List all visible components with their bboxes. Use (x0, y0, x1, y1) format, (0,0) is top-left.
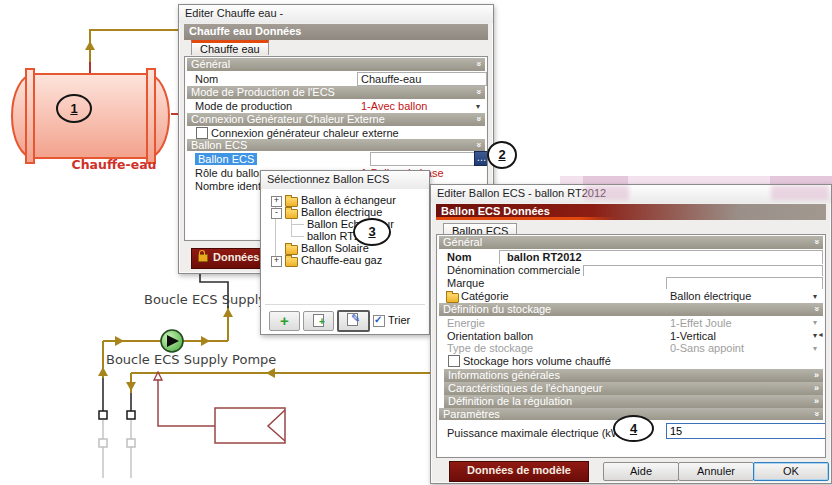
row-denomination: Dénomination commerciale (439, 264, 823, 276)
row-connexion-checkbox: Connexion générateur chaleur externe (187, 126, 485, 139)
tree-expander[interactable]: + (271, 256, 282, 267)
tank-label: Chauffe-eau (55, 157, 173, 172)
chevron-down-icon: » (472, 142, 484, 147)
chevron-down-icon: » (810, 411, 822, 416)
folder-icon (285, 209, 298, 219)
folder-icon (285, 245, 298, 255)
section-connexion[interactable]: Connexion Générateur Chaleur Externe » (187, 113, 485, 126)
tree-expander[interactable]: - (271, 208, 282, 219)
tank-graphic[interactable] (12, 69, 169, 163)
dialog1-titlebar[interactable]: Editer Chauffe eau - (179, 5, 493, 23)
dialog1-header: Chauffe eau Données (184, 24, 488, 40)
plus-icon: + (319, 316, 325, 327)
header-accent (436, 217, 616, 220)
glass-reflection (771, 185, 829, 200)
tree-item[interactable]: Ballon à échangeur (301, 194, 396, 206)
row-nom: Nom Chauffe-eau (187, 71, 485, 86)
section-stockage[interactable]: Définition du stockage » (439, 303, 823, 316)
ok-button[interactable]: OK (753, 462, 829, 481)
row-type-stockage: Type de stockage 0-Sans appoint ▾ (439, 342, 823, 354)
dialog1-title: Editer Chauffe eau - (185, 7, 283, 19)
stockage-checkbox[interactable] (448, 355, 460, 367)
plus-icon: + (280, 312, 289, 329)
connexion-checkbox[interactable] (196, 127, 208, 139)
tree-item[interactable]: Ballon électrique (301, 206, 382, 218)
callout-3: 3 (353, 218, 391, 246)
browse-button[interactable]: … (474, 151, 488, 166)
glass-reflection (584, 185, 629, 200)
dialog2-title: Editer Ballon ECS - ballon RT2012 (437, 187, 606, 199)
section-definition-regulation[interactable]: Définition de la régulation » (444, 395, 823, 408)
row-energie: Energie 1-Effet Joule ▾ (439, 316, 823, 329)
section-mode-production[interactable]: Mode de Production de l'ECS » (187, 86, 485, 99)
chevron-right-icon: » (814, 369, 819, 381)
dropdown-arrow-icon[interactable]: ▾ (813, 292, 817, 301)
tree-expander[interactable]: + (271, 196, 282, 207)
check-icon: ✓ (374, 314, 382, 325)
row-categorie: Catégorie Ballon électrique ▾ (439, 289, 823, 303)
folder-icon (285, 197, 298, 207)
dropdown-arrow-icon: ▾ (813, 344, 817, 353)
chevron-down-icon: » (472, 89, 484, 94)
row-marque: Marque (439, 276, 823, 289)
donnees-de-modele-button[interactable]: Données de modèle (449, 461, 589, 482)
section-general[interactable]: Général » (439, 236, 823, 249)
ports[interactable] (99, 411, 135, 447)
chevron-down-icon: » (472, 61, 484, 66)
trier-label: Trier (388, 314, 410, 326)
divider (265, 304, 425, 305)
folder-icon (285, 257, 298, 267)
tree-guide (292, 224, 304, 225)
aide-button[interactable]: Aide (603, 462, 679, 481)
chevron-down-icon: » (472, 116, 484, 121)
annuler-button[interactable]: Annuler (678, 462, 754, 481)
dialog2-titlebar[interactable]: Editer Ballon ECS - ballon RT2012 (431, 185, 831, 203)
puissance-input[interactable] (666, 423, 826, 439)
tab-chauffe-eau[interactable]: Chauffe eau (191, 40, 269, 55)
edit-button[interactable]: ✎ (337, 310, 370, 332)
chevron-right-icon: » (814, 395, 819, 407)
loop-pompe-label: Boucle ECS Supply Pompe (106, 352, 276, 367)
section-caracteristiques-echangeur[interactable]: Caractéristiques de l'échangeur » (444, 382, 823, 395)
pencil-icon: ✎ (351, 312, 360, 325)
selector-title: Sélectionnez Ballon ECS (267, 173, 389, 185)
ballon-ecs-field[interactable] (370, 152, 475, 166)
row-ballon-ecs: Ballon ECS … (187, 151, 485, 166)
pipe-darkred (158, 380, 215, 426)
chevron-down-icon: » (810, 306, 822, 311)
chevron-down-icon: » (810, 239, 822, 244)
trier-checkbox[interactable]: ✓ (373, 315, 385, 327)
pump-icon[interactable] (161, 330, 183, 352)
row-stockage-checkbox: Stockage hors volume chauffé (439, 354, 823, 368)
dialog1-tabstrip: Chauffe eau (184, 40, 488, 55)
selector-titlebar[interactable]: Sélectionnez Ballon ECS (261, 171, 429, 189)
dropdown-arrow-icon[interactable]: ▾ (476, 102, 480, 111)
section-general[interactable]: Général » (187, 58, 485, 71)
app-canvas: Chauffe-eau Boucle ECS Supply Div Boucle… (0, 0, 832, 485)
callout-2: 2 (487, 141, 517, 169)
tree-guide (292, 236, 304, 237)
row-mode-production: Mode de production 1-Avec ballon ▾ (187, 99, 485, 113)
section-informations-generales[interactable]: Informations générales » (444, 369, 823, 382)
callout-1: 1 (56, 94, 92, 123)
dropdown-arrow-icon: ▾ (813, 318, 817, 327)
duplicate-button[interactable]: + (303, 311, 334, 331)
radiator-symbol[interactable] (215, 408, 285, 443)
splitter-arrow-icon[interactable]: ◄ (817, 331, 824, 338)
tree-item[interactable]: Ballon Solaire (301, 242, 369, 254)
lock-icon (198, 254, 208, 262)
callout-4: 4 (613, 415, 654, 442)
dialog-selectionnez-ballon: Sélectionnez Ballon ECS + Ballon à échan… (260, 170, 430, 335)
row-orientation: Orientation ballon 1-Vertical ▾ (439, 329, 823, 342)
pipe-gray (103, 420, 131, 478)
ballon-ecs-selected-label[interactable]: Ballon ECS (195, 153, 257, 165)
chevron-right-icon: » (814, 382, 819, 394)
folder-icon (446, 293, 459, 303)
row-nom: Nom ballon RT2012 (439, 249, 823, 264)
tree-item[interactable]: Chauffe-eau gaz (301, 254, 382, 266)
add-button[interactable]: + (269, 311, 300, 331)
